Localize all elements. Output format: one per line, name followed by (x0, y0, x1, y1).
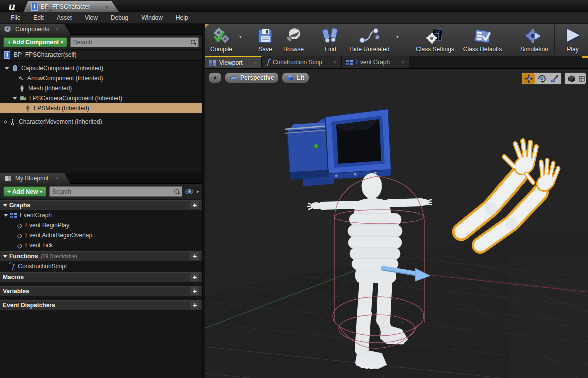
row-eventgraph[interactable]: EventGraph (0, 210, 202, 220)
find-button[interactable]: Find (316, 24, 345, 56)
section-functions[interactable]: Functions (29 Overridable) + (0, 251, 202, 261)
chevron-down-icon: ▾ (61, 40, 63, 45)
expander-icon[interactable] (4, 67, 9, 70)
menu-view[interactable]: View (78, 12, 104, 23)
skeletal-mesh-icon (24, 105, 31, 112)
construction-script-icon: ƒ (266, 58, 269, 67)
components-toolbar: + Add Component ▾ (0, 35, 202, 50)
component-row-capsule[interactable]: CapsuleComponent (Inherited) (0, 63, 202, 73)
browse-button[interactable]: Browse (279, 24, 308, 56)
world-cube-icon (568, 75, 576, 83)
section-macros[interactable]: Macros + (0, 272, 202, 282)
scale-tool-button[interactable] (548, 73, 561, 84)
add-graph-button[interactable]: + (190, 201, 199, 209)
tab-construction-script[interactable]: ƒ Construction Scrip × (262, 56, 341, 68)
lit-button[interactable]: Lit (282, 72, 309, 83)
my-blueprint-search[interactable] (49, 186, 183, 197)
expander-icon[interactable] (3, 204, 8, 207)
event-node-icon: ◇ (17, 222, 22, 229)
component-row-fpsmesh-selected[interactable]: FPSMesh (Inherited) (0, 103, 202, 113)
component-row-mesh[interactable]: Mesh (Inherited) (0, 83, 202, 93)
components-search-input[interactable] (73, 39, 191, 46)
book-icon (4, 175, 12, 182)
my-blueprint-search-input[interactable] (52, 188, 175, 195)
add-macro-button[interactable]: + (190, 273, 199, 281)
close-icon[interactable]: × (105, 4, 108, 10)
viewport-scene[interactable] (205, 69, 588, 378)
expander-icon[interactable] (3, 214, 8, 217)
tab-components[interactable]: Components × (0, 24, 70, 35)
component-row-self[interactable]: BP_FPSCharacter(self) (0, 50, 202, 61)
component-row-arrow[interactable]: ↖ ArrowComponent (Inherited) (0, 73, 202, 83)
expander-icon[interactable] (3, 255, 8, 258)
menu-edit[interactable]: Edit (27, 12, 50, 23)
rotate-tool-button[interactable] (535, 73, 548, 84)
play-button[interactable]: Play (559, 24, 587, 56)
save-button[interactable]: Save (252, 24, 279, 56)
tab-viewport[interactable]: Viewport × (205, 56, 262, 68)
hide-unrelated-button[interactable]: Hide Unrelated (345, 24, 394, 56)
unreal-blueprint-editor: u BP_FPSCharacter × File Edit Asset View… (0, 0, 588, 378)
close-icon[interactable]: × (55, 176, 58, 181)
translate-tool-button[interactable] (522, 73, 535, 84)
close-icon[interactable]: × (55, 27, 58, 32)
class-defaults-button[interactable]: Class Defaults (459, 24, 506, 56)
viewport-options-button[interactable]: ▼ (208, 72, 222, 83)
menu-help[interactable]: Help (169, 12, 195, 23)
asset-tab-bp-fpscharacter[interactable]: BP_FPSCharacter × (23, 1, 119, 12)
my-blueprint-toolbar: + Add New ▾ ▾ (0, 184, 202, 199)
perspective-icon (230, 75, 238, 80)
add-component-label: + Add Component (7, 39, 59, 46)
menu-asset[interactable]: Asset (50, 12, 78, 23)
component-label: Mesh (Inherited) (28, 85, 72, 92)
tab-my-blueprint[interactable]: My Blueprint × (0, 173, 70, 184)
compile-button[interactable]: Compile (206, 24, 237, 56)
tab-event-graph[interactable]: Event Graph × (342, 56, 409, 68)
simulation-button[interactable]: Simulation (516, 24, 553, 56)
section-graphs[interactable]: Graphs + (0, 200, 202, 210)
visibility-eye-icon[interactable] (185, 189, 193, 194)
add-function-button[interactable]: + (190, 252, 199, 260)
viewport-tab-icon (209, 60, 216, 66)
class-settings-button[interactable]: Class Settings (411, 24, 459, 56)
viewport-tab-label: Viewport (219, 59, 242, 66)
find-binoculars-icon (320, 27, 340, 45)
add-variable-button[interactable]: + (190, 287, 199, 295)
row-event-tick[interactable]: ◇ Event Tick (0, 240, 202, 250)
menu-debug[interactable]: Debug (104, 12, 135, 23)
menu-file[interactable]: File (4, 12, 27, 23)
components-search[interactable] (70, 37, 199, 47)
component-row-fpscamera[interactable]: FPSCameraComponent (Inherited) (0, 93, 202, 103)
close-icon[interactable]: × (334, 60, 337, 65)
expander-icon[interactable] (12, 97, 17, 100)
compile-options-chevron-icon[interactable]: ▾ (237, 34, 244, 39)
blueprint-toolbar: Compile ▾ Save Browse (205, 24, 588, 56)
viewport-3d[interactable]: ▼ Perspective Lit (205, 69, 588, 378)
section-variables[interactable]: Variables + (0, 286, 202, 296)
hide-unrelated-chevron-icon[interactable]: ▾ (394, 34, 401, 39)
save-label: Save (258, 46, 272, 53)
close-icon[interactable]: × (254, 60, 257, 66)
component-label: FPSCameraComponent (Inherited) (29, 95, 122, 102)
snap-toggle-button[interactable] (578, 73, 585, 84)
row-constructionscript[interactable]: ↗ƒ ConstructionScript (0, 261, 202, 271)
chevron-down-icon[interactable]: ▾ (196, 189, 199, 194)
section-event-dispatchers[interactable]: Event Dispatchers + (0, 300, 202, 310)
perspective-button[interactable]: Perspective (225, 72, 279, 83)
row-event-beginplay[interactable]: ◇ Event BeginPlay (0, 220, 202, 230)
add-component-button[interactable]: + Add Component ▾ (3, 37, 67, 47)
world-space-toggle-button[interactable] (565, 73, 578, 84)
component-row-charactermovement[interactable]: CharacterMovement (Inherited) (0, 117, 202, 127)
asset-tab-title: BP_FPSCharacter (41, 3, 90, 10)
add-new-button[interactable]: + Add New ▾ (3, 186, 46, 197)
menu-window[interactable]: Window (135, 12, 169, 23)
close-icon[interactable]: × (401, 60, 404, 65)
play-label: Play (567, 46, 578, 53)
rotate-icon (537, 74, 546, 83)
row-event-actorbeginoverlap[interactable]: ◇ Event ActorBeginOverlap (0, 230, 202, 240)
browse-magnifier-icon (284, 27, 303, 45)
fps-arms-mesh[interactable] (461, 141, 558, 245)
title-bar: u BP_FPSCharacter × (0, 0, 588, 12)
diamond-marker-icon (4, 120, 7, 123)
add-event-dispatcher-button[interactable]: + (190, 301, 199, 309)
